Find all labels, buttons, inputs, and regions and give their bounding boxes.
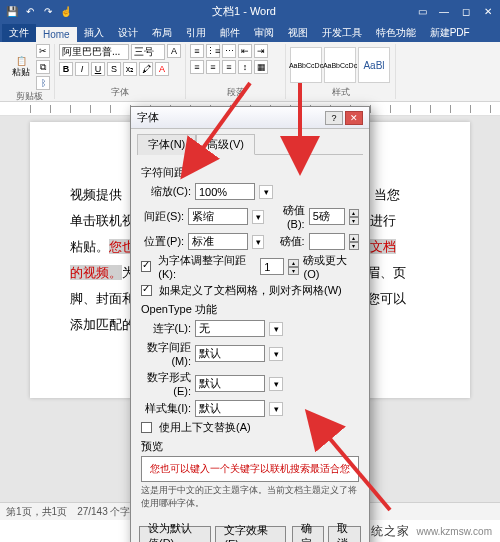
section-charspacing: 字符间距 [141, 165, 359, 180]
save-icon[interactable]: 💾 [4, 3, 20, 19]
cancel-button[interactable]: 取消 [328, 526, 361, 542]
position-label: 位置(P): [141, 234, 184, 249]
tab-newpdf[interactable]: 新建PDF [423, 24, 477, 42]
spacing-input[interactable] [188, 208, 248, 225]
position-pts-input[interactable] [309, 233, 345, 250]
style-heading1[interactable]: AaBl [358, 47, 390, 83]
spacing-pts-input[interactable] [309, 208, 345, 225]
tab-devtools[interactable]: 开发工具 [315, 24, 369, 42]
tab-insert[interactable]: 插入 [77, 24, 111, 42]
align-right-icon[interactable]: ≡ [222, 60, 236, 74]
styleset-dropdown-icon[interactable]: ▾ [269, 402, 283, 416]
spacing-dropdown-icon[interactable]: ▾ [252, 210, 264, 224]
position-spinner[interactable]: ▴▾ [349, 234, 359, 250]
numform-input[interactable] [195, 375, 265, 392]
scale-input[interactable] [195, 183, 255, 200]
highlight-icon[interactable]: 🖍 [139, 62, 153, 76]
numspacing-label: 数字间距(M): [141, 340, 191, 367]
style-normal[interactable]: AaBbCcDc [290, 47, 322, 83]
kerning-checkbox[interactable] [141, 261, 151, 272]
dialog-close-icon[interactable]: ✕ [345, 111, 363, 125]
ribbon-options-icon[interactable]: ▭ [414, 3, 430, 19]
tab-review[interactable]: 审阅 [247, 24, 281, 42]
align-center-icon[interactable]: ≡ [206, 60, 220, 74]
styleset-label: 样式集(I): [141, 401, 191, 416]
app-title: 文档1 - Word [74, 4, 414, 19]
font-size-select[interactable] [131, 44, 165, 60]
touch-icon[interactable]: ☝ [58, 3, 74, 19]
close-icon[interactable]: ✕ [480, 3, 496, 19]
paste-button[interactable]: 📋粘贴 [8, 47, 34, 87]
tab-home[interactable]: Home [36, 27, 77, 42]
spacing-spinner[interactable]: ▴▾ [349, 209, 359, 225]
redo-icon[interactable]: ↷ [40, 3, 56, 19]
tab-mailings[interactable]: 邮件 [213, 24, 247, 42]
maximize-icon[interactable]: ◻ [458, 3, 474, 19]
tab-layout[interactable]: 布局 [145, 24, 179, 42]
preview-hint: 这是用于中文的正文主题字体。当前文档主题定义了将使用哪种字体。 [141, 484, 359, 510]
shading-icon[interactable]: ▦ [254, 60, 268, 74]
bold-icon[interactable]: B [59, 62, 73, 76]
numspacing-input[interactable] [195, 345, 265, 362]
scale-label: 缩放(C): [141, 184, 191, 199]
font-dialog: 字体 ? ✕ 字体(N) 高级(V) 字符间距 缩放(C): ▾ 间距(S): … [130, 106, 370, 542]
minimize-icon[interactable]: — [436, 3, 452, 19]
indent-dec-icon[interactable]: ⇤ [238, 44, 252, 58]
tab-design[interactable]: 设计 [111, 24, 145, 42]
kerning-input[interactable] [260, 258, 284, 275]
font-color-icon[interactable]: A [155, 62, 169, 76]
dialog-tab-font[interactable]: 字体(N) [137, 134, 196, 155]
numspacing-dropdown-icon[interactable]: ▾ [269, 347, 283, 361]
status-page[interactable]: 第1页，共1页 [6, 505, 67, 519]
ribbon-group-paragraph: ≡ ⋮≡ ⋯ ⇤ ⇥ ≡ ≡ ≡ ↕ ▦ 段落 [186, 44, 286, 99]
underline-icon[interactable]: U [91, 62, 105, 76]
sub-icon[interactable]: x₂ [123, 62, 137, 76]
bluetooth-icon[interactable]: ᛒ [36, 76, 50, 90]
align-left-icon[interactable]: ≡ [190, 60, 204, 74]
ligature-label: 连字(L): [141, 321, 191, 336]
undo-icon[interactable]: ↶ [22, 3, 38, 19]
ribbon-tabs: 文件 Home 插入 设计 布局 引用 邮件 审阅 视图 开发工具 特色功能 新… [0, 22, 500, 42]
numbering-icon[interactable]: ⋮≡ [206, 44, 220, 58]
line-spacing-icon[interactable]: ↕ [238, 60, 252, 74]
section-opentype: OpenType 功能 [141, 302, 359, 317]
dialog-tab-advanced[interactable]: 高级(V) [196, 134, 255, 155]
dialog-titlebar[interactable]: 字体 ? ✕ [131, 107, 369, 129]
numform-dropdown-icon[interactable]: ▾ [269, 377, 283, 391]
tab-file[interactable]: 文件 [2, 24, 36, 42]
ligature-dropdown-icon[interactable]: ▾ [269, 322, 283, 336]
watermark-url: www.kzmsw.com [416, 526, 492, 537]
copy-icon[interactable]: ⧉ [36, 60, 50, 74]
italic-icon[interactable]: I [75, 62, 89, 76]
font-family-select[interactable] [59, 44, 129, 60]
text-effects-button[interactable]: 文字效果(E)... [215, 526, 285, 542]
kerning-label: 为字体调整字间距(K): [158, 253, 256, 280]
multilevel-icon[interactable]: ⋯ [222, 44, 236, 58]
tab-references[interactable]: 引用 [179, 24, 213, 42]
ribbon-group-font: A B I U S x₂ 🖍 A 字体 [55, 44, 186, 99]
styleset-input[interactable] [195, 400, 265, 417]
scale-dropdown-icon[interactable]: ▾ [259, 185, 273, 199]
indent-inc-icon[interactable]: ⇥ [254, 44, 268, 58]
preview-box: 您也可以键入一个关键字以联机搜索最适合您 [141, 456, 359, 482]
contextalt-checkbox[interactable] [141, 422, 152, 433]
increase-font-icon[interactable]: A [167, 44, 181, 58]
numform-label: 数字形式(E): [141, 370, 191, 397]
bullets-icon[interactable]: ≡ [190, 44, 204, 58]
cut-icon[interactable]: ✂ [36, 44, 50, 58]
position-input[interactable] [188, 233, 248, 250]
status-words[interactable]: 27/143 个字 [77, 505, 130, 519]
strike-icon[interactable]: S [107, 62, 121, 76]
default-button[interactable]: 设为默认值(D) [139, 526, 211, 542]
dialog-help-icon[interactable]: ? [325, 111, 343, 125]
style-nospacing[interactable]: AaBbCcDc [324, 47, 356, 83]
grid-label: 如果定义了文档网格，则对齐网格(W) [159, 283, 342, 298]
position-dropdown-icon[interactable]: ▾ [252, 235, 264, 249]
grid-checkbox[interactable] [141, 285, 152, 296]
tab-features[interactable]: 特色功能 [369, 24, 423, 42]
tab-view[interactable]: 视图 [281, 24, 315, 42]
dialog-title: 字体 [137, 110, 159, 125]
kerning-spinner[interactable]: ▴▾ [288, 259, 299, 275]
ok-button[interactable]: 确定 [292, 526, 325, 542]
ligature-input[interactable] [195, 320, 265, 337]
